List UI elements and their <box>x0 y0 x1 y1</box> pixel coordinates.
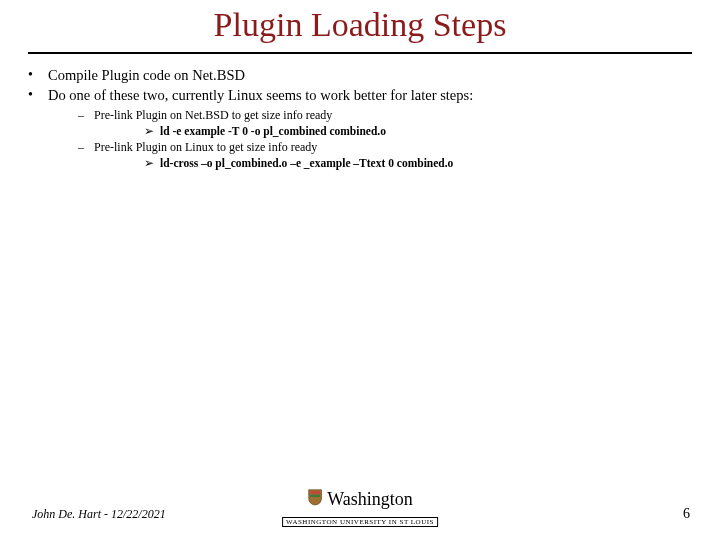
shield-icon <box>307 488 323 510</box>
slide-title: Plugin Loading Steps <box>208 6 513 48</box>
sub-item: Pre-link Plugin on Net.BSD to get size i… <box>48 108 700 138</box>
sub-text: Pre-link Plugin on Net.BSD to get size i… <box>94 108 332 122</box>
university-name: Washington <box>327 489 413 510</box>
title-area: Plugin Loading Steps <box>0 0 720 54</box>
svg-rect-0 <box>310 491 320 493</box>
cmd-text: ld-cross –o pl_combined.o –e _example –T… <box>160 157 453 169</box>
bullet-list: Compile Plugin code on Net.BSD Do one of… <box>20 66 700 170</box>
logo-line: Washington <box>282 488 438 510</box>
slide-body: Compile Plugin code on Net.BSD Do one of… <box>0 54 720 170</box>
bullet-text: Compile Plugin code on Net.BSD <box>48 67 245 83</box>
bullet-text: Do one of these two, currently Linux see… <box>48 87 473 103</box>
footer: John De. Hart - 12/22/2021 Washington WA… <box>0 488 720 528</box>
bullet-item: Do one of these two, currently Linux see… <box>20 86 700 170</box>
cmd-list: ld -e example -T 0 -o pl_combined combin… <box>94 124 700 138</box>
page-number: 6 <box>683 506 690 522</box>
svg-rect-1 <box>310 495 320 497</box>
bullet-item: Compile Plugin code on Net.BSD <box>20 66 700 84</box>
sub-item: Pre-link Plugin on Linux to get size inf… <box>48 140 700 170</box>
university-logo: Washington WASHINGTON UNIVERSITY IN ST L… <box>282 488 438 528</box>
cmd-list: ld-cross –o pl_combined.o –e _example –T… <box>94 156 700 170</box>
cmd-text: ld -e example -T 0 -o pl_combined combin… <box>160 125 386 137</box>
sub-text: Pre-link Plugin on Linux to get size inf… <box>94 140 317 154</box>
slide: Plugin Loading Steps Compile Plugin code… <box>0 0 720 540</box>
university-subtitle: WASHINGTON UNIVERSITY IN ST LOUIS <box>282 517 438 527</box>
cmd-item: ld -e example -T 0 -o pl_combined combin… <box>94 124 700 138</box>
author-text: John De. Hart - 12/22/2021 <box>32 507 166 522</box>
cmd-item: ld-cross –o pl_combined.o –e _example –T… <box>94 156 700 170</box>
sub-list: Pre-link Plugin on Net.BSD to get size i… <box>48 108 700 170</box>
